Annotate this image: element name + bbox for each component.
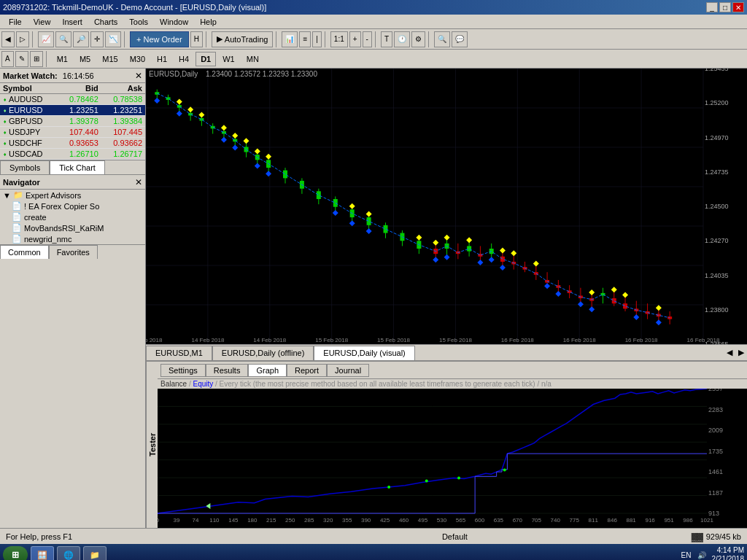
period-separator-button[interactable]: | <box>312 31 322 47</box>
sym-arrow: ⬧ <box>3 106 7 114</box>
nav-create[interactable]: 📄 create <box>0 211 145 222</box>
ask-cell: 0.78538 <box>101 94 145 105</box>
chart-zoom-out[interactable]: 🔎 <box>73 31 89 47</box>
tester-tab-journal[interactable]: Journal <box>327 364 369 377</box>
settings-button[interactable]: ⚙ <box>411 31 425 47</box>
back-button[interactable]: ◀ <box>1 31 15 47</box>
tester-tab-report[interactable]: Report <box>287 364 327 377</box>
tf-m1[interactable]: M1 <box>52 52 73 66</box>
bid-cell: 1.26710 <box>58 149 101 160</box>
draw-button[interactable]: A <box>1 51 14 67</box>
chart-tab-m1[interactable]: EURUSD,M1 <box>146 346 212 360</box>
tf-mn[interactable]: MN <box>241 52 264 66</box>
maximize-button[interactable]: □ <box>719 2 731 12</box>
new-order-button[interactable]: + New Order <box>130 31 189 47</box>
line-chart-button[interactable]: 📉 <box>105 31 121 47</box>
chart-canvas[interactable] <box>146 69 747 344</box>
graph-canvas[interactable] <box>158 389 747 528</box>
tf-d1[interactable]: D1 <box>196 52 216 66</box>
chart-tab-right[interactable]: ▶ <box>735 348 747 357</box>
market-watch-body: ⬧ AUDUSD 0.78462 0.78538 ⬧ EURUSD 1.2325… <box>0 94 145 160</box>
tf-m15[interactable]: M15 <box>97 52 123 66</box>
graph-area[interactable] <box>158 389 747 528</box>
market-watch-row[interactable]: ⬧ USDCAD 1.26710 1.26717 <box>0 149 145 160</box>
market-watch-row[interactable]: ⬧ USDCHF 0.93653 0.93662 <box>0 138 145 149</box>
menu-help[interactable]: Help <box>194 15 222 29</box>
toolbar2: A ✎ ⊞ M1 M5 M15 M30 H1 H4 D1 W1 MN <box>0 50 747 69</box>
navigator: Navigator ✕ ▼ 📁 Expert Advisors 📄 ! EA F… <box>0 174 145 528</box>
draw-mode-button[interactable]: ⊞ <box>30 51 43 67</box>
menu-tools[interactable]: Tools <box>123 15 154 29</box>
chart-tab-daily-visual[interactable]: EURUSD,Daily (visual) <box>314 346 414 360</box>
minimize-button[interactable]: _ <box>706 2 718 12</box>
col-bid: Bid <box>58 83 101 94</box>
tf-h4[interactable]: H4 <box>174 52 194 66</box>
mw-tab-symbols[interactable]: Symbols <box>0 160 50 174</box>
pencil-button[interactable]: ✎ <box>15 51 28 67</box>
comment-button[interactable]: 💬 <box>452 31 468 47</box>
left-panel: Market Watch: 16:14:56 ✕ Symbol Bid Ask <box>0 69 146 528</box>
close-button[interactable]: ✕ <box>732 2 744 12</box>
navigator-header: Navigator ✕ <box>0 175 145 190</box>
tf-m5[interactable]: M5 <box>74 52 96 66</box>
title-bar-controls[interactable]: _ □ ✕ <box>706 2 744 12</box>
tester-side-label[interactable]: Tester <box>146 362 158 528</box>
chart-tab-left[interactable]: ◀ <box>724 348 735 357</box>
history-button[interactable]: H <box>190 31 203 47</box>
nav-movbands[interactable]: 📄 MovBandsRSI_KaRiM <box>0 222 145 233</box>
indicators-button[interactable]: 📊 <box>282 31 298 47</box>
market-watch-row[interactable]: ⬧ EURUSD 1.23251 1.23251 <box>0 105 145 116</box>
market-watch-row[interactable]: ⬧ AUDUSD 0.78462 0.78538 <box>0 94 145 105</box>
menu-bar: File View Insert Charts Tools Window Hel… <box>0 15 747 29</box>
status-profile: Default <box>218 532 692 541</box>
zoom-100-button[interactable]: 1:1 <box>330 31 348 47</box>
nav-expert-advisors[interactable]: ▼ 📁 Expert Advisors <box>0 190 145 201</box>
chart-tab-daily-offline[interactable]: EURUSD,Daily (offline) <box>212 346 314 360</box>
taskbar-app-folder[interactable]: 📁 <box>83 546 107 560</box>
nav-tab-common[interactable]: Common <box>0 245 49 259</box>
tester-tab-results[interactable]: Results <box>206 364 249 377</box>
obj-list-button[interactable]: ≡ <box>299 31 311 47</box>
nav-file-icon3: 📄 <box>12 223 22 233</box>
tf-m30[interactable]: M30 <box>125 52 150 66</box>
mw-tab-tick-chart[interactable]: Tick Chart <box>50 160 105 174</box>
navigator-close[interactable]: ✕ <box>135 177 142 187</box>
nav-newgrid[interactable]: 📄 newgrid_nmc <box>0 233 145 244</box>
nav-tab-favorites[interactable]: Favorites <box>49 245 98 259</box>
search-button[interactable]: 🔍 <box>434 31 450 47</box>
taskbar-app-chrome[interactable]: 🌐 <box>57 546 80 560</box>
autotrading-button[interactable]: ▶ AutoTrading <box>212 31 274 47</box>
menu-charts[interactable]: Charts <box>88 15 123 29</box>
chart-zoom-in[interactable]: 🔍 <box>55 31 71 47</box>
taskbar-app-windows[interactable]: 🪟 <box>31 546 54 560</box>
zoom-minus-button[interactable]: - <box>363 31 372 47</box>
balance-label: Balance <box>160 380 187 388</box>
tf-w1[interactable]: W1 <box>217 52 240 66</box>
market-watch-row[interactable]: ⬧ USDJPY 107.440 107.445 <box>0 127 145 138</box>
menu-file[interactable]: File <box>3 15 28 29</box>
autotrading-icon: ▶ <box>217 34 222 44</box>
nav-newgrid-label: newgrid_nmc <box>24 235 71 244</box>
menu-window[interactable]: Window <box>154 15 194 29</box>
forward-button[interactable]: ▷ <box>16 31 29 47</box>
market-watch-row[interactable]: ⬧ GBPUSD 1.39378 1.39384 <box>0 116 145 127</box>
chart-area[interactable]: EURUSD,Daily 1.23400 1.23572 1.23293 1.2… <box>146 69 747 344</box>
language-indicator: EN <box>681 551 692 559</box>
tester-tab-settings[interactable]: Settings <box>160 364 206 377</box>
status-bar: For Help, press F1 Default ▓▓ 929/45 kb <box>0 528 747 544</box>
start-button[interactable]: ⊞ <box>3 546 28 560</box>
status-help-text: For Help, press F1 <box>6 532 72 541</box>
menu-insert[interactable]: Insert <box>56 15 88 29</box>
memory-text: 929/45 kb <box>706 532 741 541</box>
ask-cell: 0.93662 <box>101 138 145 149</box>
new-chart-button[interactable]: 📈 <box>38 31 54 47</box>
nav-ea-forex-copier[interactable]: 📄 ! EA Forex Copier So <box>0 201 145 211</box>
template-button[interactable]: T <box>381 31 392 47</box>
crosshair-button[interactable]: ✛ <box>90 31 104 47</box>
market-watch-close[interactable]: ✕ <box>135 71 142 81</box>
menu-view[interactable]: View <box>28 15 57 29</box>
tf-h1[interactable]: H1 <box>152 52 172 66</box>
zoom-plus-button[interactable]: + <box>349 31 361 47</box>
clock-button[interactable]: 🕐 <box>394 31 410 47</box>
tester-tab-graph[interactable]: Graph <box>248 364 287 377</box>
